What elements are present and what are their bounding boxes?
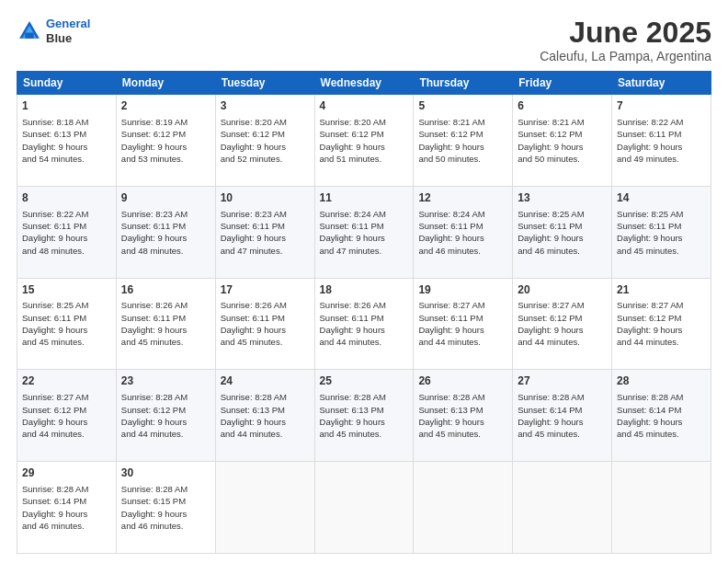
calendar-weekday-header: Friday (513, 72, 612, 95)
day-info-line: Sunset: 6:15 PM (121, 495, 210, 507)
day-info-line: and 45 minutes. (518, 428, 607, 440)
day-info-line: and 44 minutes. (221, 428, 310, 440)
day-number: 11 (320, 190, 409, 206)
day-info-line: Daylight: 9 hours (22, 141, 111, 153)
day-info-line: Daylight: 9 hours (418, 416, 507, 428)
calendar-day-cell: 28Sunrise: 8:28 AMSunset: 6:14 PMDayligh… (612, 370, 711, 462)
day-info-line: and 45 minutes. (320, 428, 409, 440)
calendar-week-row: 15Sunrise: 8:25 AMSunset: 6:11 PMDayligh… (17, 278, 711, 370)
day-info-line: Daylight: 9 hours (418, 232, 507, 244)
calendar-weekday-header: Monday (116, 72, 215, 95)
day-number: 25 (320, 373, 409, 389)
day-number: 21 (617, 282, 706, 298)
day-number: 1 (22, 98, 111, 114)
day-info-line: Sunset: 6:12 PM (518, 312, 607, 324)
calendar-day-cell: 21Sunrise: 8:27 AMSunset: 6:12 PMDayligh… (612, 278, 711, 370)
day-info-line: Daylight: 9 hours (320, 324, 409, 336)
day-info-line: Sunrise: 8:24 AM (320, 208, 409, 220)
day-number: 17 (221, 282, 310, 298)
day-info-line: and 45 minutes. (617, 428, 706, 440)
day-info-line: and 54 minutes. (22, 153, 111, 165)
day-info-line: Daylight: 9 hours (121, 416, 210, 428)
day-number: 2 (121, 98, 210, 114)
day-info-line: and 44 minutes. (320, 336, 409, 348)
day-info-line: Sunrise: 8:19 AM (121, 116, 210, 128)
day-info-line: Sunrise: 8:23 AM (121, 208, 210, 220)
day-info-line: Sunrise: 8:20 AM (221, 116, 310, 128)
day-info-line: Sunset: 6:11 PM (617, 220, 706, 232)
day-number: 24 (221, 373, 310, 389)
day-info-line: and 45 minutes. (617, 245, 706, 257)
day-info-line: Sunrise: 8:26 AM (221, 299, 310, 311)
calendar-day-cell: 22Sunrise: 8:27 AMSunset: 6:12 PMDayligh… (17, 370, 117, 462)
calendar-week-row: 22Sunrise: 8:27 AMSunset: 6:12 PMDayligh… (17, 370, 711, 462)
calendar-day-cell (513, 462, 612, 554)
calendar-day-cell: 3Sunrise: 8:20 AMSunset: 6:12 PMDaylight… (215, 95, 314, 187)
day-info-line: Daylight: 9 hours (320, 141, 409, 153)
day-info-line: Sunset: 6:13 PM (418, 404, 507, 416)
day-info-line: and 44 minutes. (418, 336, 507, 348)
calendar-day-cell: 23Sunrise: 8:28 AMSunset: 6:12 PMDayligh… (116, 370, 215, 462)
calendar-day-cell: 15Sunrise: 8:25 AMSunset: 6:11 PMDayligh… (17, 278, 117, 370)
day-info-line: Sunrise: 8:18 AM (22, 116, 111, 128)
day-info-line: and 46 minutes. (418, 245, 507, 257)
calendar-day-cell: 19Sunrise: 8:27 AMSunset: 6:11 PMDayligh… (414, 278, 513, 370)
day-info-line: Daylight: 9 hours (121, 232, 210, 244)
calendar-day-cell: 25Sunrise: 8:28 AMSunset: 6:13 PMDayligh… (314, 370, 414, 462)
calendar-day-cell (314, 462, 414, 554)
day-info-line: Sunrise: 8:28 AM (121, 391, 210, 403)
logo-icon (17, 18, 42, 44)
day-info-line: Sunrise: 8:21 AM (518, 116, 607, 128)
day-info-line: Sunrise: 8:27 AM (518, 299, 607, 311)
day-number: 14 (617, 190, 706, 206)
day-info-line: and 45 minutes. (121, 336, 210, 348)
day-info-line: Daylight: 9 hours (518, 232, 607, 244)
calendar-header-row: SundayMondayTuesdayWednesdayThursdayFrid… (17, 72, 711, 95)
day-info-line: Sunrise: 8:20 AM (320, 116, 409, 128)
day-info-line: Daylight: 9 hours (518, 416, 607, 428)
day-info-line: and 44 minutes. (121, 428, 210, 440)
day-info-line: Sunset: 6:11 PM (518, 220, 607, 232)
day-info-line: Daylight: 9 hours (221, 324, 310, 336)
day-number: 10 (221, 190, 310, 206)
day-info-line: Sunset: 6:11 PM (121, 220, 210, 232)
day-info-line: Sunset: 6:14 PM (22, 495, 111, 507)
day-info-line: Sunset: 6:12 PM (121, 404, 210, 416)
day-info-line: and 46 minutes. (121, 520, 210, 532)
calendar-weekday-header: Sunday (17, 72, 117, 95)
day-info-line: and 47 minutes. (320, 245, 409, 257)
day-info-line: Sunset: 6:12 PM (320, 128, 409, 140)
day-info-line: Sunrise: 8:26 AM (320, 299, 409, 311)
day-info-line: Sunset: 6:12 PM (22, 404, 111, 416)
calendar-body: 1Sunrise: 8:18 AMSunset: 6:13 PMDaylight… (17, 95, 711, 554)
day-info-line: Sunrise: 8:27 AM (418, 299, 507, 311)
day-info-line: Sunset: 6:11 PM (418, 312, 507, 324)
day-info-line: Sunrise: 8:25 AM (22, 299, 111, 311)
calendar-day-cell: 30Sunrise: 8:28 AMSunset: 6:15 PMDayligh… (116, 462, 215, 554)
day-number: 26 (418, 373, 507, 389)
day-info-line: Sunset: 6:11 PM (320, 312, 409, 324)
day-number: 5 (418, 98, 507, 114)
calendar-day-cell: 9Sunrise: 8:23 AMSunset: 6:11 PMDaylight… (116, 186, 215, 278)
day-number: 22 (22, 373, 111, 389)
day-number: 27 (518, 373, 607, 389)
day-info-line: Sunrise: 8:21 AM (418, 116, 507, 128)
page: General Blue June 2025 Caleufu, La Pampa… (0, 0, 728, 563)
day-info-line: Sunrise: 8:28 AM (518, 391, 607, 403)
day-info-line: Daylight: 9 hours (121, 324, 210, 336)
day-info-line: Sunset: 6:12 PM (617, 312, 706, 324)
calendar-day-cell: 26Sunrise: 8:28 AMSunset: 6:13 PMDayligh… (414, 370, 513, 462)
calendar-week-row: 29Sunrise: 8:28 AMSunset: 6:14 PMDayligh… (17, 462, 711, 554)
day-info-line: Sunrise: 8:28 AM (221, 391, 310, 403)
day-info-line: Daylight: 9 hours (518, 141, 607, 153)
day-info-line: Daylight: 9 hours (22, 232, 111, 244)
day-number: 7 (617, 98, 706, 114)
day-info-line: and 44 minutes. (22, 428, 111, 440)
day-number: 16 (121, 282, 210, 298)
calendar-day-cell: 27Sunrise: 8:28 AMSunset: 6:14 PMDayligh… (513, 370, 612, 462)
calendar-day-cell: 24Sunrise: 8:28 AMSunset: 6:13 PMDayligh… (215, 370, 314, 462)
day-info-line: Sunrise: 8:28 AM (418, 391, 507, 403)
calendar-day-cell: 6Sunrise: 8:21 AMSunset: 6:12 PMDaylight… (513, 95, 612, 187)
calendar-day-cell: 2Sunrise: 8:19 AMSunset: 6:12 PMDaylight… (116, 95, 215, 187)
day-info-line: Sunrise: 8:28 AM (121, 483, 210, 495)
